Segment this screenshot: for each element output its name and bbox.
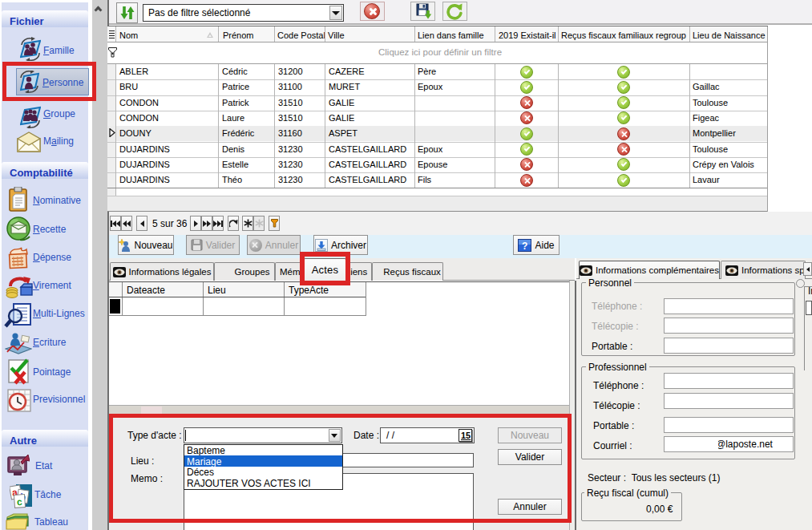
svg-text:c: c [17,496,23,508]
svg-text:?: ? [522,241,527,252]
